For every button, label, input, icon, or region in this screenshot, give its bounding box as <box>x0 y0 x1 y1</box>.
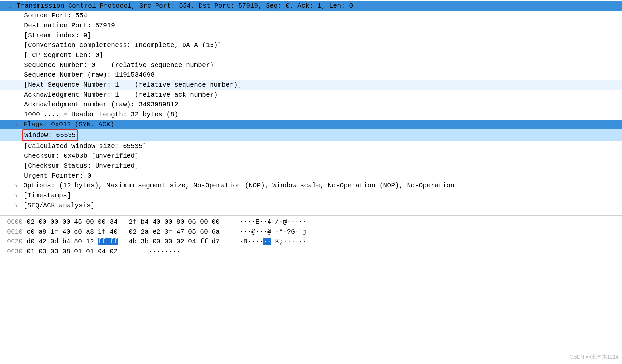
hex-bytes: 02 00 00 00 45 00 00 34 <box>27 217 118 227</box>
expand-toggle[interactable]: › <box>14 120 19 129</box>
hex-bytes: c0 a8 1f 40 c0 a8 1f 40 <box>27 227 118 237</box>
seq-ack-analysis-row[interactable]: › [SEQ/ACK analysis] <box>0 201 622 210</box>
expand-toggle[interactable]: › <box>14 201 19 210</box>
hex-bytes: 2f b4 40 00 80 06 00 00 <box>129 217 220 227</box>
sequence-number-row[interactable]: Sequence Number: 0 (relative sequence nu… <box>0 60 622 70</box>
expand-toggle[interactable]: › <box>14 191 19 201</box>
acknowledgment-number-row[interactable]: Acknowledgment Number: 1 (relative ack n… <box>0 90 622 100</box>
tcp-header-row[interactable]: ⌄ Transmission Control Protocol, Src Por… <box>0 1 622 11</box>
checksum-status-row[interactable]: [Checksum Status: Unverified] <box>0 161 622 171</box>
destination-port-row[interactable]: Destination Port: 57919 <box>0 21 622 31</box>
hex-ascii: ·B······ K;······ <box>220 237 307 247</box>
sequence-number-raw-row[interactable]: Sequence Number (raw): 1191534698 <box>0 70 622 80</box>
hex-offset: 0030 <box>0 247 27 257</box>
hex-offset: 0020 <box>0 237 27 247</box>
packet-details-pane[interactable]: ⌄ Transmission Control Protocol, Src Por… <box>0 0 622 215</box>
urgent-pointer-row[interactable]: Urgent Pointer: 0 <box>0 171 622 181</box>
hex-ascii: ···@···@ ·*·?G·`j <box>220 227 307 237</box>
conversation-completeness-row[interactable]: [Conversation completeness: Incomplete, … <box>0 41 622 50</box>
highlight-box: Window: 65535 <box>22 129 78 141</box>
source-port-row[interactable]: Source Port: 554 <box>0 11 622 21</box>
window-row[interactable]: Window: 65535 <box>0 129 622 141</box>
acknowledgment-number-raw-row[interactable]: Acknowledgment number (raw): 3493989812 <box>0 100 622 110</box>
expand-toggle[interactable]: ⌄ <box>7 1 13 11</box>
stream-index-row[interactable]: [Stream index: 9] <box>0 31 622 41</box>
hex-row[interactable]: 003001 03 03 08 01 01 04 02········ <box>0 247 622 257</box>
tcp-segment-len-row[interactable]: [TCP Segment Len: 0] <box>0 50 622 60</box>
options-row[interactable]: › Options: (12 bytes), Maximum segment s… <box>0 181 622 191</box>
flags-row[interactable]: › Flags: 0x012 (SYN, ACK) <box>0 120 622 129</box>
checksum-row[interactable]: Checksum: 0x4b3b [unverified] <box>0 151 622 161</box>
hex-highlight: ·· <box>263 238 271 245</box>
hex-row[interactable]: 0010c0 a8 1f 40 c0 a8 1f 4002 2a e2 3f 4… <box>0 227 622 237</box>
hex-ascii: ····E··4 /·@····· <box>220 217 307 227</box>
hex-offset: 0000 <box>0 217 27 227</box>
hex-row[interactable]: 000002 00 00 00 45 00 00 342f b4 40 00 8… <box>0 217 622 227</box>
hex-bytes: 02 2a e2 3f 47 05 60 6a <box>129 227 220 237</box>
hex-bytes: d0 42 0d b4 80 12 ff ff <box>27 237 118 247</box>
hex-bytes: 01 03 03 08 01 01 04 02 <box>27 247 118 257</box>
hex-bytes: 4b 3b 00 00 02 04 ff d7 <box>129 237 220 247</box>
hex-offset: 0010 <box>0 227 27 237</box>
hex-highlight: ff ff <box>98 238 118 245</box>
next-sequence-number-row[interactable]: [Next Sequence Number: 1 (relative seque… <box>0 80 622 90</box>
header-length-row[interactable]: 1000 .... = Header Length: 32 bytes (8) <box>0 110 622 120</box>
hex-dump-pane[interactable]: 000002 00 00 00 45 00 00 342f b4 40 00 8… <box>0 216 622 270</box>
hex-row[interactable]: 0020d0 42 0d b4 80 12 ff ff4b 3b 00 00 0… <box>0 237 622 247</box>
calculated-window-size-row[interactable]: [Calculated window size: 65535] <box>0 141 622 151</box>
tcp-header-text: Transmission Control Protocol, Src Port:… <box>17 2 353 10</box>
timestamps-row[interactable]: › [Timestamps] <box>0 191 622 201</box>
expand-toggle[interactable]: › <box>14 181 19 191</box>
hex-ascii: ········ <box>129 247 180 257</box>
